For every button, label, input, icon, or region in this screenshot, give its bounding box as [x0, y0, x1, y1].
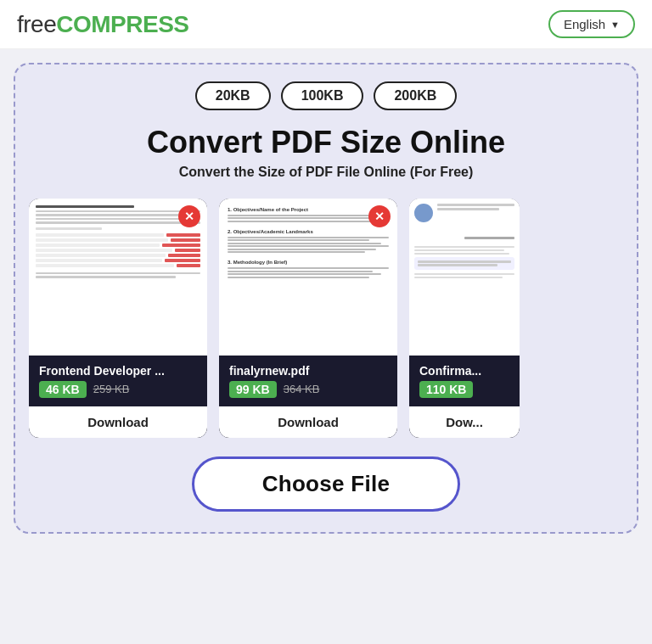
- file-name-1: Frontend Developer ...: [39, 364, 197, 378]
- logo: freeCOMPRESS: [17, 11, 189, 38]
- choose-file-button[interactable]: Choose File: [192, 456, 461, 512]
- card-info-3: Confirma... 110 KB: [409, 356, 520, 398]
- close-button-2[interactable]: ✕: [368, 205, 391, 227]
- old-size-2: 364 KB: [284, 383, 320, 395]
- new-size-3: 110 KB: [419, 381, 473, 398]
- file-card-3: Confirma... 110 KB Dow...: [409, 199, 520, 438]
- header: freeCOMPRESS English ▼: [0, 0, 652, 49]
- size-badges-row: 20KB 100KB 200KB: [29, 81, 623, 110]
- card-preview-2: ✕ 1. Objectives/Name of the Project 2. O…: [219, 199, 397, 356]
- language-selector[interactable]: English ▼: [548, 10, 635, 38]
- close-button-1[interactable]: ✕: [178, 205, 200, 227]
- download-button-2[interactable]: Download: [219, 406, 397, 438]
- card-info-1: Frontend Developer ... 46 KB 259 KB: [29, 356, 207, 398]
- file-card-1: ✕: [29, 199, 207, 438]
- file-card-2: ✕ 1. Objectives/Name of the Project 2. O…: [219, 199, 397, 438]
- file-sizes-1: 46 KB 259 KB: [39, 381, 197, 398]
- file-cards-row: ✕: [29, 199, 623, 438]
- page-title: Convert PDF Size Online: [29, 126, 623, 160]
- title-section: Convert PDF Size Online Convert the Size…: [29, 126, 623, 180]
- card-preview-3: [409, 199, 520, 356]
- new-size-1: 46 KB: [39, 381, 87, 398]
- page-subtitle: Convert the Size of PDF File Online (For…: [29, 165, 623, 180]
- chevron-down-icon: ▼: [610, 20, 620, 30]
- logo-free: free: [17, 11, 56, 37]
- new-size-2: 99 KB: [229, 381, 277, 398]
- old-size-1: 259 KB: [93, 383, 130, 395]
- size-badge-100kb[interactable]: 100KB: [281, 81, 364, 110]
- download-button-3[interactable]: Dow...: [409, 406, 520, 438]
- size-badge-20kb[interactable]: 20KB: [195, 81, 271, 110]
- file-sizes-2: 99 KB 364 KB: [229, 381, 387, 398]
- card-info-2: finalyrnew.pdf 99 KB 364 KB: [219, 356, 397, 398]
- logo-compress: COMPRESS: [56, 11, 188, 37]
- download-button-1[interactable]: Download: [29, 406, 207, 438]
- drop-zone: 20KB 100KB 200KB Convert PDF Size Online…: [14, 63, 638, 534]
- size-badge-200kb[interactable]: 200KB: [374, 81, 457, 110]
- choose-file-wrapper: Choose File: [29, 456, 623, 512]
- file-sizes-3: 110 KB: [419, 381, 509, 398]
- language-label: English: [564, 17, 605, 31]
- file-name-2: finalyrnew.pdf: [229, 364, 387, 378]
- card-preview-1: ✕: [29, 199, 207, 356]
- file-name-3: Confirma...: [419, 364, 509, 378]
- main-content: 20KB 100KB 200KB Convert PDF Size Online…: [0, 49, 652, 547]
